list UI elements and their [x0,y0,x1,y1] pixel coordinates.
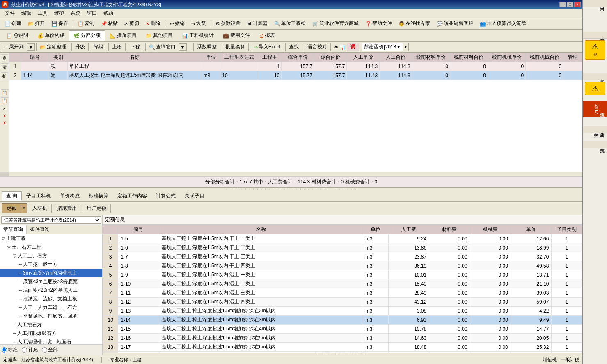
toolbar-service[interactable]: 💬 筑业销售客服 [434,19,476,28]
radio-all[interactable]: 全部 [42,346,58,353]
tab-measures[interactable]: 📐 措施项目 [105,30,141,41]
def-table-row[interactable]: 121-16基坑人工挖土 挖土深度超过1.5m增加费 深在5m以内m314.63… [103,334,582,343]
chapter-search-tab[interactable]: 章节查询 [0,225,27,234]
voice-check-btn[interactable]: 语音校对 [304,43,331,51]
right-tab-common[interactable]: 常用 [583,73,607,80]
radio-supplement[interactable]: 补充 [22,346,38,353]
toolbar-undo[interactable]: ↩ 撤销 [167,19,188,28]
tab-other-items[interactable]: 📁 其他项目 [141,30,177,41]
tab-unit-price-compose[interactable]: 单价构成 [55,191,84,201]
import-excel-btn[interactable]: ⇒ 导入Excel [250,43,284,51]
tab-work-content[interactable]: 定额工作内容 [113,191,151,201]
left-icon-3[interactable]: 扩 [1,72,8,80]
expand-btn[interactable]: + 展开到 [2,43,27,51]
sub-tab-measure-fee[interactable]: 措施费用 [53,204,81,213]
left-icon-1[interactable]: 定 [1,54,8,62]
tab-related-items[interactable]: 关联子目 [180,191,209,201]
tree-item[interactable]: ─ 人工、人力车运土、石方 [0,303,102,312]
def-table-row[interactable]: 31-7基坑人工挖土 深度在1.5m以内 干土 三类土m323.870.000.… [103,252,582,261]
main-hscroll[interactable] [9,172,582,176]
tree-item[interactable]: ─ 底面积<20m2的基坑人工 [0,286,102,295]
tab-summary[interactable]: 📋 总说明 [2,30,33,41]
quota-manage-btn[interactable]: 📂 定额整理 [36,43,70,51]
tree-item[interactable]: ─ 人工挖一般土方 [0,260,102,269]
sub-tab-quota-dropdown[interactable]: ▼ [21,204,27,213]
tab-fee-file[interactable]: 💼 费用文件 [218,30,254,41]
menu-system[interactable]: 系统 [67,9,84,18]
menu-edit[interactable]: 编辑 [18,9,34,18]
def-table-row[interactable]: 51-9基坑人工挖土 深度在1.5m以内 湿土 一类土m310.010.000.… [103,270,582,279]
tab-std-convert[interactable]: 标准换算 [84,191,113,201]
left-icon-8[interactable]: ✕ [1,120,8,126]
right-tab-new[interactable]: 新建文档 [583,126,607,133]
tree-item[interactable]: ─ 挖淤泥、流砂、支挡土板 [0,295,102,303]
left-icon-4[interactable]: 📋 [1,89,8,96]
upgrade-btn[interactable]: 升级 [71,43,89,51]
tab-report[interactable]: 🖨 报表 [254,30,279,41]
right-tab-hangzhou[interactable]: 杭州 [583,141,607,148]
def-table-row[interactable]: 21-6基坑人工挖土 深度在1.5m以内 干土 二类土m313.860.000.… [103,243,582,252]
def-table-row[interactable]: 111-15基坑人工挖土 挖土深度超过1.5m增加费 深在4m以内m310.78… [103,325,582,334]
menu-tools[interactable]: 工具 [34,9,51,18]
toolbar-expert[interactable]: 👨 在线找专家 [396,19,433,28]
def-table-row[interactable]: 101-14基坑人工挖土 挖土深度超过1.5m增加费 深在3m以内m36.930… [103,316,582,325]
tree-item[interactable]: ▽土建工程 [0,234,102,243]
close-button[interactable]: × [574,2,581,7]
toolbar-redo[interactable]: ↪ 恢复 [188,19,209,28]
toolbar-unit-check[interactable]: 🔍 单位工程检 [271,19,309,28]
tab-materials[interactable]: 📊 工料机统计 [177,30,218,41]
tree-item[interactable]: ─ 平整场地、打底夯、回填 [0,312,102,321]
menu-file[interactable]: 文件 [2,9,18,18]
toolbar-calc[interactable]: 🖩 计算器 [244,19,270,28]
maximize-button[interactable]: □ [567,2,573,7]
left-icon-6[interactable]: ✂ [1,105,8,112]
tab-section-items[interactable]: 🌿 分部分项 [69,30,105,41]
left-icon-2[interactable]: 清 [1,63,8,71]
menu-help[interactable]: 帮助 [100,9,117,18]
sub-tab-user-quota[interactable]: 用户定额 [82,204,111,213]
right-tab-zhuye[interactable]: 筑业2017 [583,101,607,117]
left-icon-5[interactable]: 📋 [1,97,8,104]
sub-tab-quota[interactable]: 定额 [2,204,21,213]
toolbar-save[interactable]: 💾 保存 [48,19,71,28]
sub-tab-labor-machine[interactable]: 人材机 [28,204,52,213]
query-dropdown[interactable]: ▼ [179,43,186,51]
def-table-row[interactable]: 131-17基坑人工挖土 挖土深度超过1.5m增加费 深在6m以内m318.48… [103,343,582,352]
tab-unit-price[interactable]: 💰 单价构成 [33,30,69,41]
condition-search-tab[interactable]: 条件查询 [27,225,53,234]
toolbar-group[interactable]: 👥 加入预算员交流群 [477,19,529,28]
tree-item[interactable]: ─ 3m<底宽<7m的沟槽挖土 [0,269,102,277]
expand-dropdown[interactable]: ▼ [27,43,34,51]
table-row[interactable]: 1项单位工程1157.7157.7114.3114.30000 [9,62,582,71]
right-tab-other[interactable]: 其他 [583,32,607,39]
move-up-btn[interactable]: 上移 [108,43,126,51]
toolbar-create[interactable]: 📄 创建 [2,19,24,28]
menu-maintain[interactable]: 维护 [51,9,67,18]
right-tab-daily[interactable]: 日常 [583,0,607,7]
tree-item[interactable]: ▽土、石方工程 [0,243,102,252]
tab-child-materials[interactable]: 子目工料机 [22,191,55,201]
radio-standard[interactable]: 标准 [2,346,18,353]
toolbar-settings[interactable]: ⚙ 参数设置 [213,19,243,28]
coeff-adjust-btn[interactable]: 系数调整 [193,43,220,51]
degrade-btn[interactable]: 降级 [90,43,107,51]
tab-calc-formula[interactable]: 计算公式 [151,191,180,201]
tree-item[interactable]: ─ 人工打眼爆破石方 [0,329,102,338]
adjust-label-btn[interactable]: 调 [347,43,359,51]
table-row[interactable]: 21-14定基坑人工挖土 挖土深度超过1.5m增加费 深在3m以内m310101… [9,71,582,80]
tree-item[interactable]: ─ 底宽<3m且底长>3倍底宽 [0,277,102,286]
province-dropdown[interactable]: ▼ [403,43,408,51]
def-table-row[interactable]: 41-8基坑人工挖土 深度在1.5m以内 干土 四类土m336.190.000.… [103,261,582,270]
toolbar-shop[interactable]: 🛒 筑业软件官方商城 [309,19,362,28]
toolbar-paste[interactable]: 📌 粘贴 [98,19,121,28]
toolbar-delete[interactable]: ✕ 删除 [143,19,163,28]
move-down-btn[interactable]: 下移 [127,43,144,51]
left-icon-7[interactable]: ✕ [1,113,8,119]
def-table-row[interactable]: 11-5基坑人工挖土 深度在1.5m以内 干土 一类土m39.240.000.0… [103,234,582,243]
tab-query[interactable]: 查 询 [2,191,22,201]
def-table-scroll[interactable]: 编号 名称 单位 人工费 材料费 机械费 单价 子目类别 [103,225,582,353]
tree-item[interactable]: ─ 人工挖石方 [0,321,102,329]
tree-scroll-area[interactable]: ▽土建工程▽土、石方工程▽人工土、石方─ 人工挖一般土方─ 3m<底宽<7m的沟… [0,234,102,344]
batch-calc-btn[interactable]: 批量换算 [222,43,249,51]
minimize-button[interactable]: － [559,2,566,7]
